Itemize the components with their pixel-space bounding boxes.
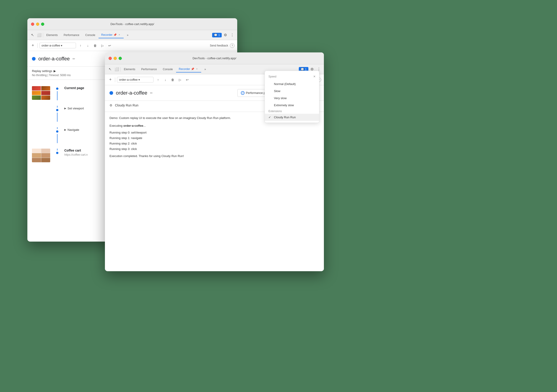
- coffee-cell-1: [32, 149, 41, 153]
- step-viewport-label: Set viewport: [67, 107, 84, 110]
- recorder-divider: [37, 43, 38, 48]
- edit-icon-back[interactable]: ✏: [73, 57, 75, 61]
- speed-dropdown-menu: Speed × Normal (Default) Slow Very slow …: [265, 71, 319, 123]
- window-title-front: DevTools - coffee-cart.netlify.app/: [193, 56, 236, 60]
- help-icon-back[interactable]: ?: [230, 43, 235, 48]
- device-icon-front[interactable]: ⬜: [114, 66, 120, 72]
- selector-chevron-front: ▾: [139, 78, 140, 81]
- import-icon[interactable]: ↓: [85, 43, 90, 48]
- step-navigate-label: Navigate: [67, 128, 79, 131]
- speed-slow-label: Slow: [274, 89, 280, 93]
- export-icon[interactable]: ↑: [78, 43, 83, 48]
- thumb-cell-3: [32, 91, 41, 95]
- speed-very-slow[interactable]: Very slow: [265, 95, 319, 102]
- tab-recorder-back[interactable]: Recorder 📌 ×: [98, 32, 124, 38]
- tab-more-front[interactable]: »: [202, 66, 209, 72]
- close-button-front[interactable]: [109, 57, 112, 60]
- maximize-button-front[interactable]: [119, 57, 122, 60]
- log-executing-bold: order-a-coffee: [123, 124, 143, 128]
- close-button[interactable]: [31, 23, 34, 26]
- import-icon-front[interactable]: ↓: [163, 77, 168, 82]
- speed-extremely-slow[interactable]: Extremely slow: [265, 102, 319, 109]
- dropdown-header: Speed ×: [265, 73, 319, 80]
- devtools-toolbar-back: ↖ ⬜ Elements Performance Console Recorde…: [27, 30, 237, 40]
- step-dot-coffee: [56, 151, 59, 154]
- recorder-pin-icon-front: 📌: [191, 67, 194, 71]
- recorder-close-front[interactable]: ×: [195, 67, 198, 71]
- speed-normal[interactable]: Normal (Default): [265, 80, 319, 88]
- play-icon-front[interactable]: ▷: [177, 77, 183, 82]
- step-dot-current: [56, 87, 59, 90]
- chat-icon: 💬: [214, 33, 217, 37]
- cursor-icon-front[interactable]: ↖: [107, 66, 113, 72]
- expand-arrow-viewport: ▶: [64, 107, 66, 110]
- maximize-button[interactable]: [41, 23, 44, 26]
- recorder-divider-front: [115, 78, 115, 82]
- replay-settings-label: Replay settings: [32, 69, 52, 73]
- extensions-label: Extensions: [265, 109, 319, 114]
- recording-selector-front[interactable]: order-a-coffee ▾: [117, 77, 154, 82]
- speed-slow[interactable]: Slow: [265, 88, 319, 95]
- replay-settings-arrow: ▶: [54, 69, 56, 73]
- tab-recorder-front[interactable]: Recorder 📌 ×: [176, 66, 201, 72]
- edit-icon-front[interactable]: ✏: [150, 91, 153, 95]
- speed-very-slow-label: Very slow: [274, 96, 287, 100]
- step-dot-navigate: [56, 130, 59, 133]
- cursor-icon[interactable]: ↖: [29, 32, 36, 38]
- coffee-cell-2: [41, 149, 50, 153]
- more-icon-back[interactable]: ⋮: [229, 32, 235, 38]
- coffee-cart-thumbnail: [32, 149, 50, 162]
- chat-count-back: 1: [218, 33, 220, 37]
- tab-performance-front[interactable]: Performance: [139, 66, 160, 72]
- chat-icon-front: 💬: [301, 68, 304, 71]
- play-icon-back[interactable]: ▷: [100, 43, 105, 48]
- coffee-cell-3: [32, 153, 41, 158]
- tab-console-back[interactable]: Console: [82, 32, 98, 38]
- chat-badge-back[interactable]: 💬 1: [212, 33, 222, 37]
- log-step-0: Running step 0: setViewport: [109, 130, 319, 135]
- cloudy-plugin-name: Cloudy Run Run: [115, 104, 139, 107]
- delete-icon-front[interactable]: 🗑: [170, 77, 175, 82]
- tab-console-front[interactable]: Console: [160, 66, 176, 72]
- speed-normal-label: Normal (Default): [274, 82, 296, 86]
- chat-count-front: 1: [305, 68, 307, 71]
- add-recording-btn-front[interactable]: +: [108, 77, 113, 82]
- perf-icon-front: ↺: [241, 91, 245, 95]
- tab-more-back[interactable]: »: [124, 32, 131, 38]
- delete-icon[interactable]: 🗑: [92, 43, 98, 48]
- title-bar-back: DevTools - coffee-cart.netlify.app/: [27, 18, 237, 30]
- extension-cloudy[interactable]: ✓ Cloudy Run Run: [265, 114, 319, 121]
- thumb-cell-5: [32, 96, 41, 100]
- devtools-window-front: DevTools - coffee-cart.netlify.app/ ↖ ⬜ …: [105, 52, 324, 271]
- recorder-close-back[interactable]: ×: [118, 33, 121, 36]
- add-recording-btn[interactable]: +: [30, 43, 36, 48]
- minimize-button-front[interactable]: [114, 57, 117, 60]
- traffic-lights-front: [109, 57, 122, 60]
- recorder-label-front: Recorder: [179, 67, 190, 71]
- export-icon-front[interactable]: ↑: [155, 77, 161, 82]
- undo-icon[interactable]: ↩: [107, 43, 113, 48]
- recording-dot-front: [109, 91, 113, 95]
- recorder-pin-icon: 📌: [113, 33, 117, 36]
- device-icon[interactable]: ⬜: [36, 32, 42, 38]
- title-bar-front: DevTools - coffee-cart.netlify.app/: [105, 52, 324, 64]
- tab-elements-front[interactable]: Elements: [121, 66, 138, 72]
- tab-performance-back[interactable]: Performance: [61, 32, 82, 38]
- minimize-button[interactable]: [36, 23, 39, 26]
- coffee-cell-4: [41, 153, 50, 158]
- coffee-cell-5: [32, 158, 41, 162]
- thumb-cell-6: [41, 96, 50, 100]
- check-mark-cloudy: ✓: [269, 116, 272, 119]
- settings-icon-back[interactable]: ⚙: [222, 32, 229, 38]
- feedback-link-back[interactable]: Send feedback: [210, 44, 228, 47]
- thumb-cell-2: [41, 86, 50, 90]
- recording-selector-back[interactable]: order-a-coffee ▾: [40, 43, 76, 48]
- recorder-label-back: Recorder: [101, 33, 113, 36]
- thumb-cell-4: [41, 91, 50, 95]
- tab-elements-back[interactable]: Elements: [44, 32, 60, 38]
- selector-chevron: ▾: [61, 44, 62, 47]
- cloudy-gear-icon: ⚙: [109, 104, 113, 107]
- toolbar-divider: [43, 33, 43, 37]
- dropdown-close-btn[interactable]: ×: [313, 74, 315, 79]
- undo-icon-front[interactable]: ↩: [185, 77, 190, 82]
